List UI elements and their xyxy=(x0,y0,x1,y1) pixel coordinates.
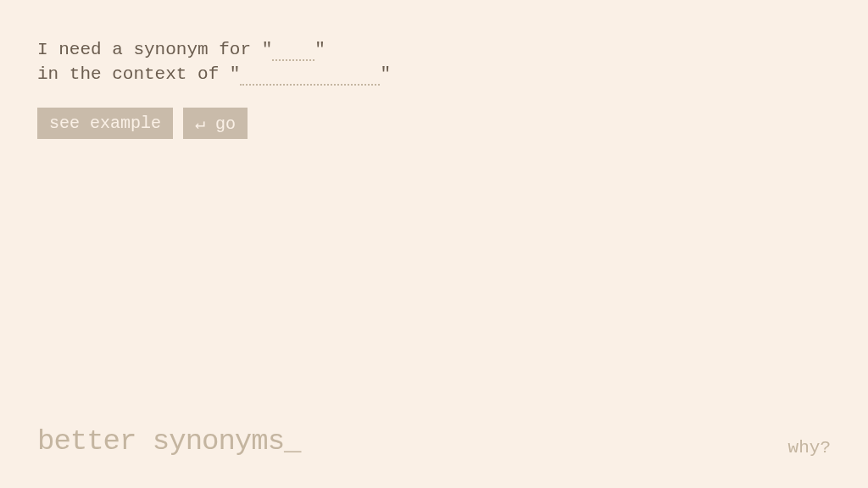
prompt-line-2: in the context of " " xyxy=(37,62,831,86)
context-input[interactable] xyxy=(240,64,380,86)
prompt-prefix-1: I need a synonym for " xyxy=(37,37,272,62)
go-button[interactable]: ↵ go xyxy=(183,108,248,139)
prompt-suffix-2: " xyxy=(380,62,391,86)
main-content: I need a synonym for " " in the context … xyxy=(0,0,868,139)
logo-cursor: _ xyxy=(284,425,300,458)
footer: better synonyms_ why? xyxy=(0,425,868,458)
prompt-line-1: I need a synonym for " " xyxy=(37,37,831,62)
button-row: see example ↵ go xyxy=(37,108,831,139)
prompt-prefix-2: in the context of " xyxy=(37,62,240,86)
why-link[interactable]: why? xyxy=(788,438,831,458)
see-example-button[interactable]: see example xyxy=(37,108,173,139)
prompt-suffix-1: " xyxy=(314,37,326,62)
logo-text: better synonyms xyxy=(37,425,284,458)
logo: better synonyms_ xyxy=(37,425,300,458)
word-input[interactable] xyxy=(272,40,314,61)
